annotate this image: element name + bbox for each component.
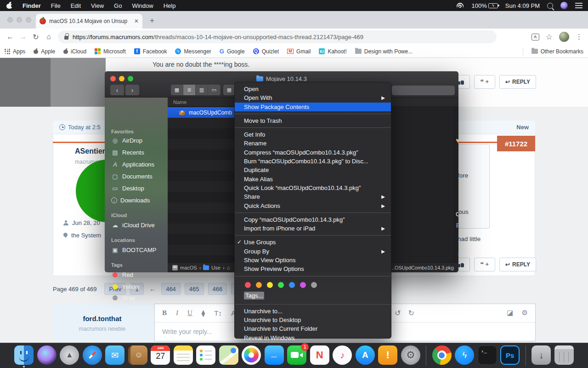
menu-item-unarchive-to-desktop[interactable]: Unarchive to Desktop xyxy=(235,316,391,324)
path-item-macos[interactable]: macOS xyxy=(180,265,197,270)
menu-item-reveal-in-windows[interactable]: Reveal in Windows xyxy=(235,334,391,342)
page-button-464[interactable]: 464 xyxy=(161,283,181,295)
menu-item-copy[interactable]: Copy “macOSUpdCombo10.14.3.pkg” xyxy=(235,215,391,224)
menu-item-import[interactable]: Import from iPhone or iPad▶ xyxy=(235,224,391,233)
bookmark-star-icon[interactable]: ☆ xyxy=(546,33,553,41)
browser-menu-icon[interactable]: ⋮ xyxy=(576,33,582,41)
red-tag-icon[interactable] xyxy=(245,282,251,288)
sidebar-item-applications[interactable]: AApplications xyxy=(111,161,154,168)
wifi-icon[interactable] xyxy=(457,3,464,9)
quote-button[interactable]: “ + xyxy=(474,258,495,271)
blue-tag-icon[interactable] xyxy=(289,282,295,288)
post-timestamp[interactable]: Today at 2:5 xyxy=(68,124,101,131)
dock-item-notes[interactable] xyxy=(174,345,193,365)
browser-tab[interactable]: macOS 10.14 Mojave on Unsup ✕ xyxy=(36,14,142,29)
menu-item-show-view-options[interactable]: Show View Options xyxy=(235,256,391,264)
underline-button[interactable]: U xyxy=(187,309,192,317)
dock-item-launchpad[interactable]: ▲ xyxy=(60,345,79,365)
menubar-file[interactable]: File xyxy=(51,2,61,9)
sidebar-item-bootcamp[interactable]: ▣BOOTCAMP xyxy=(111,247,156,253)
dock-item-finder[interactable] xyxy=(14,345,34,365)
dock-item-alert-app[interactable]: ! xyxy=(378,345,397,365)
menu-item-unarchive-to[interactable]: Unarchive to... xyxy=(235,307,391,316)
other-bookmarks[interactable]: Other Bookmarks xyxy=(531,48,583,55)
dock-item-trash[interactable] xyxy=(554,345,574,365)
text-size-icon[interactable]: T↕ xyxy=(214,309,222,317)
menu-item-rename[interactable]: Rename xyxy=(235,139,391,148)
menu-item-duplicate[interactable]: Duplicate xyxy=(235,166,391,174)
dock-item-safari[interactable] xyxy=(83,345,102,365)
sidebar-tag-gray[interactable]: Gray xyxy=(111,294,135,301)
group-icon[interactable]: ▦ xyxy=(223,85,236,95)
menu-item-group-by[interactable]: Group By▶ xyxy=(235,247,391,256)
column-view-icon[interactable]: ▥ xyxy=(196,85,208,95)
battery-status[interactable]: 100% ϟ xyxy=(472,2,498,9)
tab-close-icon[interactable]: ✕ xyxy=(134,18,139,24)
list-view-icon[interactable]: ≣ xyxy=(183,85,196,95)
finder-forward-button[interactable]: › xyxy=(125,85,139,95)
menu-item-open-with[interactable]: Open With▶ xyxy=(235,93,391,102)
menu-item-use-groups[interactable]: ✓Use Groups xyxy=(235,238,391,247)
menubar-window[interactable]: Window xyxy=(132,2,153,9)
notification-center-icon[interactable] xyxy=(575,3,582,8)
finder-back-button[interactable]: ‹ xyxy=(110,85,124,95)
dock-item-itunes[interactable]: ♪ xyxy=(333,345,352,365)
quote-button[interactable]: “ + xyxy=(474,75,495,89)
sidebar-tag-yellow[interactable]: Yellow xyxy=(111,283,139,290)
bookmark-kahoot[interactable]: K!Kahoot! xyxy=(319,48,346,55)
menu-item-get-info[interactable]: Get Info xyxy=(235,130,391,139)
dock-item-downloads-stack[interactable]: ↓ xyxy=(531,345,551,365)
sidebar-tag-red[interactable]: Red xyxy=(111,271,133,278)
italic-button[interactable]: I xyxy=(176,309,178,317)
bookmark-facebook[interactable]: fFacebook xyxy=(134,48,167,55)
menubar-app-name[interactable]: Finder xyxy=(23,2,41,9)
bookmark-design-folder[interactable]: Design with Powe... xyxy=(355,48,413,55)
orange-tag-icon[interactable] xyxy=(256,282,262,288)
menubar-view[interactable]: View xyxy=(91,2,104,9)
menu-item-tags[interactable]: Tags... xyxy=(235,291,391,302)
bookmark-icloud[interactable]: iCloud xyxy=(63,48,86,55)
dock-item-photos[interactable] xyxy=(242,345,261,365)
post-author[interactable]: ASentier xyxy=(75,147,105,155)
menu-item-quick-actions[interactable]: Quick Actions▶ xyxy=(235,201,391,210)
gray-tag-icon[interactable] xyxy=(311,282,317,288)
apple-menu-icon[interactable] xyxy=(6,2,12,9)
path-item-users[interactable]: Use xyxy=(211,265,220,270)
dock-item-terminal[interactable]: ›_ xyxy=(478,345,497,365)
menu-item-burn[interactable]: Burn “macOSUpdCombo10.14.3.pkg” to Disc.… xyxy=(235,157,391,166)
dock-item-messenger[interactable]: ϟ xyxy=(455,345,474,365)
more-actions-label[interactable]: More... xyxy=(458,251,458,257)
icon-view-icon[interactable]: ▦ xyxy=(171,85,183,95)
new-tab-button[interactable]: + xyxy=(150,17,154,24)
back-icon[interactable]: ← xyxy=(4,33,17,41)
page-button-466[interactable]: 466 xyxy=(208,283,227,295)
post-number-badge[interactable]: #11722 xyxy=(497,136,535,151)
siri-icon[interactable] xyxy=(560,2,568,9)
menu-item-compress[interactable]: Compress “macOSUpdCombo10.14.3.pkg” xyxy=(235,148,391,157)
page-ellipsis-arrow[interactable]: ← xyxy=(148,285,157,293)
home-icon[interactable]: ⌂ xyxy=(42,33,55,41)
dock-item-system-preferences[interactable]: ⚙ xyxy=(401,345,420,365)
editor-tools-icon[interactable]: ⚙ xyxy=(522,309,528,317)
reload-icon[interactable]: ↻ xyxy=(29,33,42,41)
path-item-file[interactable]: ...OSUpdCombo10.14.3.pkg xyxy=(390,265,454,270)
menubar-clock[interactable]: Sun 4:09 PM xyxy=(505,2,540,9)
sidebar-item-recents[interactable]: ▤Recents xyxy=(111,149,144,156)
yellow-tag-icon[interactable] xyxy=(267,282,273,288)
dock-item-app-store[interactable]: A xyxy=(356,345,375,365)
dock-item-calendar[interactable]: JAN 27 xyxy=(151,345,170,365)
drafts-icon[interactable]: ◪ xyxy=(507,309,513,317)
dock-item-maps[interactable] xyxy=(219,345,238,365)
view-mode-switcher[interactable]: ▦≣▥▭ xyxy=(171,85,220,95)
finder-search-field[interactable] xyxy=(392,86,455,95)
menu-item-make-alias[interactable]: Make Alias xyxy=(235,175,391,184)
bold-button[interactable]: B xyxy=(162,309,167,317)
browser-traffic-lights[interactable] xyxy=(7,17,31,23)
page-button-465[interactable]: 465 xyxy=(185,283,204,295)
menubar-go[interactable]: Go xyxy=(114,2,122,9)
reply-button[interactable]: ↩REPLY xyxy=(499,75,536,89)
reply-button[interactable]: ↩REPLY xyxy=(499,258,536,271)
bookmark-apps[interactable]: Apps xyxy=(5,48,25,55)
forward-icon[interactable]: → xyxy=(17,33,29,41)
url-bar[interactable]: https://forums.macrumors.com/threads/mac… xyxy=(58,30,497,43)
